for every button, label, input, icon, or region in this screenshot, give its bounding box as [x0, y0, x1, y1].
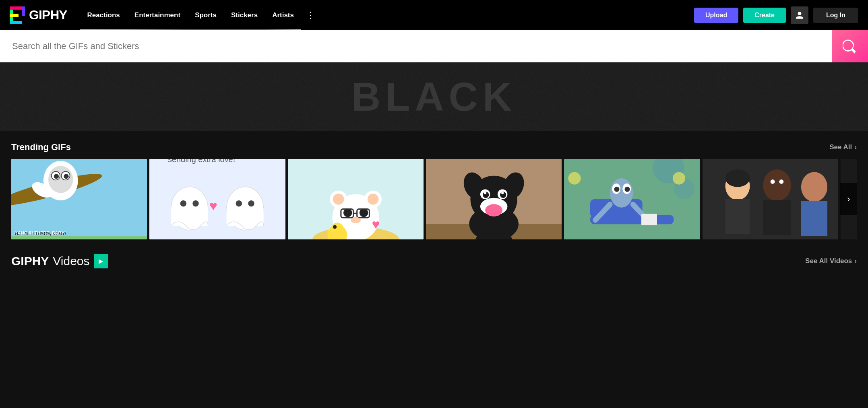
svg-point-74: [625, 187, 630, 192]
svg-point-21: [193, 200, 199, 206]
svg-rect-6: [11, 236, 147, 239]
trending-header: Trending GIFs See All ›: [11, 142, 857, 152]
trending-gifs-section: Trending GIFs See All ›: [0, 131, 868, 246]
svg-point-83: [763, 169, 791, 201]
svg-point-87: [801, 172, 827, 202]
svg-rect-84: [763, 200, 791, 235]
videos-title: GIPHY Videos ▶: [11, 254, 108, 268]
play-icon: ▶: [94, 254, 108, 268]
svg-point-37: [360, 208, 368, 217]
giphy-word: GIPHY: [11, 254, 49, 268]
gif-visual-bears: ♥: [288, 159, 424, 239]
svg-rect-88: [801, 201, 827, 236]
videos-header: GIPHY Videos ▶ See All Videos ›: [11, 254, 857, 268]
see-all-gifs-link[interactable]: See All ›: [829, 143, 857, 151]
svg-point-14: [64, 174, 68, 179]
giphy-videos-section: GIPHY Videos ▶ See All Videos ›: [0, 246, 868, 276]
nav-stickers[interactable]: Stickers: [224, 0, 265, 30]
svg-text:♥: ♥: [209, 198, 217, 213]
svg-point-59: [485, 204, 502, 216]
svg-point-66: [673, 172, 685, 185]
svg-point-36: [343, 208, 352, 217]
svg-text:sending extra love!: sending extra love!: [168, 159, 235, 164]
chevron-right-icon: ›: [854, 143, 857, 151]
nav-sports[interactable]: Sports: [188, 0, 224, 30]
svg-rect-81: [725, 199, 750, 234]
gif-visual-dog: [426, 159, 562, 239]
nav-actions: Upload Create Log In: [694, 6, 858, 24]
banner: BLACK: [0, 62, 868, 131]
svg-point-73: [614, 187, 620, 192]
chevron-right-videos-icon: ›: [854, 257, 857, 265]
banner-text: BLACK: [351, 74, 517, 120]
see-all-videos-label: See All Videos: [805, 257, 852, 265]
gif-grid: HANG IN THERE, BABY! sending extra love!…: [11, 159, 857, 239]
svg-point-13: [54, 174, 59, 179]
gif-visual-squidward: AH... TIME TO RELAX.: [564, 159, 700, 239]
user-icon-button[interactable]: [791, 6, 808, 24]
user-icon: [795, 11, 804, 20]
svg-point-35: [367, 194, 378, 205]
gif-item[interactable]: ♥: [288, 159, 424, 239]
next-arrow-button[interactable]: ›: [840, 183, 857, 215]
svg-point-65: [568, 172, 581, 185]
gif-visual-owl: HANG IN THERE, BABY!: [11, 159, 147, 239]
nav-reactions[interactable]: Reactions: [80, 0, 127, 30]
gif-item[interactable]: [426, 159, 562, 239]
svg-point-20: [180, 200, 186, 206]
logo-text: GIPHY: [29, 8, 67, 23]
gif-item[interactable]: sending extra love! me ♥ you: [149, 159, 285, 239]
svg-point-26: [236, 200, 242, 206]
svg-point-85: [770, 179, 775, 184]
gif-visual-people: [703, 159, 838, 239]
svg-point-44: [333, 225, 337, 229]
upload-button[interactable]: Upload: [694, 8, 738, 23]
nav-artists[interactable]: Artists: [265, 0, 301, 30]
svg-rect-77: [641, 214, 657, 225]
svg-point-58: [501, 192, 504, 194]
svg-rect-4: [10, 14, 19, 17]
svg-point-41: [351, 217, 361, 223]
trending-title: Trending GIFs: [11, 142, 71, 152]
search-bar: [0, 30, 868, 62]
nav-entertainment[interactable]: Entertainment: [127, 0, 188, 30]
svg-point-86: [779, 179, 783, 184]
svg-point-82: [725, 169, 750, 187]
logo[interactable]: GIPHY: [10, 6, 67, 24]
svg-rect-2: [22, 6, 25, 16]
svg-point-9: [48, 166, 73, 193]
gif-item[interactable]: [703, 159, 838, 239]
search-button[interactable]: [832, 30, 868, 62]
search-input[interactable]: [0, 30, 832, 62]
svg-point-57: [484, 192, 486, 194]
gif-item[interactable]: HANG IN THERE, BABY!: [11, 159, 147, 239]
svg-point-27: [248, 200, 254, 206]
gif-item[interactable]: AH... TIME TO RELAX.: [564, 159, 700, 239]
nav-more-icon[interactable]: ⋮: [301, 0, 320, 30]
svg-rect-3: [10, 21, 22, 24]
videos-word: Videos: [53, 254, 89, 268]
svg-text:♥: ♥: [372, 216, 380, 232]
see-all-videos-link[interactable]: See All Videos ›: [805, 257, 857, 265]
main-nav: Reactions Entertainment Sports Stickers …: [80, 0, 681, 30]
see-all-label: See All: [829, 143, 852, 151]
giphy-logo-icon: [10, 6, 25, 24]
svg-point-34: [333, 194, 344, 205]
search-icon: [843, 39, 857, 54]
gif-visual-ghosts: sending extra love! me ♥ you: [149, 159, 285, 239]
create-button[interactable]: Create: [743, 8, 786, 23]
svg-point-43: [331, 223, 343, 235]
site-header: GIPHY Reactions Entertainment Sports Sti…: [0, 0, 868, 30]
login-button[interactable]: Log In: [813, 8, 858, 23]
